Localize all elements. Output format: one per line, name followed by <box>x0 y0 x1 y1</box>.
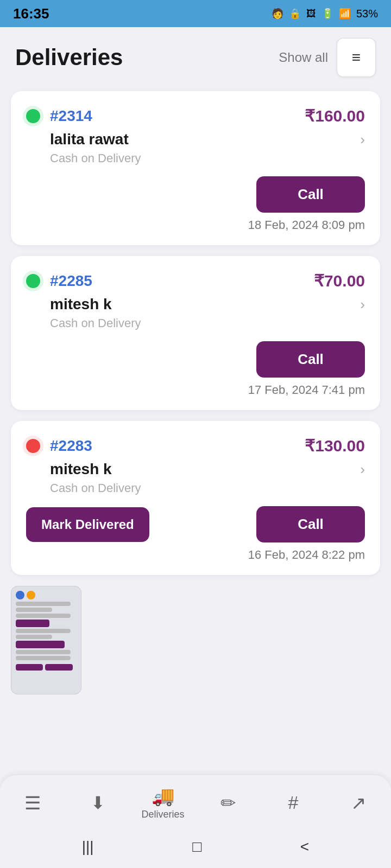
order-id-2[interactable]: #2285 <box>50 272 92 290</box>
delivery-date-1: 18 Feb, 2024 8:09 pm <box>26 218 365 232</box>
home-button[interactable]: □ <box>192 838 201 856</box>
bottom-nav: ☰ ⬇ 🚚 Deliveries ✏ # ↗ <box>0 775 391 826</box>
customer-name-1: lalita rawat <box>50 131 129 148</box>
nav-item-edit[interactable]: ✏ <box>206 792 250 814</box>
orders-list: #2314 ₹160.00 lalita rawat › Cash on Del… <box>0 86 391 580</box>
chevron-right-icon-1[interactable]: › <box>360 131 365 148</box>
thumb-mini-btn-1 <box>16 620 49 627</box>
header-actions: Show all ≡ <box>279 38 376 77</box>
battery-icon: 🔋 <box>321 8 333 20</box>
status-bar: 16:35 🧑 🔒 🖼 🔋 📶 53% <box>0 0 391 27</box>
thumb-bar-4 <box>16 629 71 633</box>
card-top-left-1: #2314 <box>26 107 92 125</box>
delivery-card-2: #2285 ₹70.00 mitesh k › Cash on Delivery… <box>11 256 380 410</box>
thumb-mini-btn-2 <box>16 641 65 648</box>
nav-item-download[interactable]: ⬇ <box>76 793 119 813</box>
recents-button[interactable]: ||| <box>82 838 94 856</box>
person-icon: 🧑 <box>272 8 283 20</box>
nav-item-hashtag[interactable]: # <box>272 792 315 813</box>
card-actions-1: Call <box>26 176 365 213</box>
payment-method-2: Cash on Delivery <box>26 316 365 330</box>
chevron-right-icon-2[interactable]: › <box>360 296 365 313</box>
menu-icon: ☰ <box>24 792 41 814</box>
thumb-dot-orange <box>27 591 35 599</box>
thumb-mini-btn-4 <box>45 664 72 671</box>
chevron-right-icon-3[interactable]: › <box>360 461 365 478</box>
order-amount-2: ₹70.00 <box>314 271 365 290</box>
thumb-dot-blue <box>16 591 24 599</box>
payment-method-3: Cash on Delivery <box>26 481 365 495</box>
order-id-3[interactable]: #2283 <box>50 437 92 455</box>
thumb-bar-6 <box>16 650 71 654</box>
thumb-bar-1 <box>16 602 71 606</box>
call-button-3[interactable]: Call <box>256 506 365 542</box>
android-nav: ||| □ < <box>0 826 391 868</box>
edit-icon: ✏ <box>220 792 236 814</box>
hashtag-icon: # <box>288 792 299 813</box>
card-top-1: #2314 ₹160.00 <box>26 106 365 125</box>
nav-item-menu[interactable]: ☰ <box>11 792 54 814</box>
call-button-1[interactable]: Call <box>256 176 365 213</box>
recent-thumbnail[interactable] <box>11 586 81 694</box>
wifi-icon: 📶 <box>339 8 351 20</box>
thumb-bar-5 <box>16 635 52 639</box>
show-all-button[interactable]: Show all <box>279 50 328 65</box>
download-icon: ⬇ <box>91 793 105 813</box>
nav-item-share[interactable]: ↗ <box>337 792 380 814</box>
header: Deliveries Show all ≡ <box>0 27 391 86</box>
order-amount-1: ₹160.00 <box>305 106 365 125</box>
card-top-3: #2283 ₹130.00 <box>26 436 365 455</box>
delivery-card-3: #2283 ₹130.00 mitesh k › Cash on Deliver… <box>11 421 380 575</box>
filter-button[interactable]: ≡ <box>337 38 376 77</box>
status-time: 16:35 <box>13 5 49 22</box>
customer-row-2: mitesh k › <box>26 296 365 313</box>
thumb-bar-7 <box>16 656 71 660</box>
recent-thumbnail-container <box>0 580 391 700</box>
card-top-left-2: #2285 <box>26 272 92 290</box>
lock-icon: 🔒 <box>289 8 301 20</box>
image-icon: 🖼 <box>306 8 316 20</box>
payment-method-1: Cash on Delivery <box>26 151 365 165</box>
delivery-card-1: #2314 ₹160.00 lalita rawat › Cash on Del… <box>11 91 380 245</box>
customer-row-1: lalita rawat › <box>26 131 365 148</box>
card-top-left-3: #2283 <box>26 437 92 455</box>
thumb-mini-btn-3 <box>16 664 43 671</box>
customer-name-2: mitesh k <box>50 296 112 313</box>
call-button-2[interactable]: Call <box>256 341 365 378</box>
truck-icon: 🚚 <box>152 785 174 807</box>
thumb-bar-3 <box>16 614 71 618</box>
card-top-2: #2285 ₹70.00 <box>26 271 365 290</box>
customer-row-3: mitesh k › <box>26 461 365 478</box>
delivery-date-3: 16 Feb, 2024 8:22 pm <box>26 548 365 562</box>
battery-percent: 53% <box>356 8 378 20</box>
order-id-1[interactable]: #2314 <box>50 107 92 125</box>
card-actions-3: Mark Delivered Call <box>26 506 365 542</box>
status-icons: 🧑 🔒 🖼 🔋 📶 53% <box>272 8 378 20</box>
nav-item-deliveries[interactable]: 🚚 Deliveries <box>141 785 185 820</box>
nav-label-deliveries: Deliveries <box>141 809 184 820</box>
delivery-date-2: 17 Feb, 2024 7:41 pm <box>26 383 365 397</box>
share-icon: ↗ <box>351 792 366 814</box>
order-amount-3: ₹130.00 <box>305 436 365 455</box>
status-dot-1 <box>26 109 40 123</box>
card-actions-2: Call <box>26 341 365 378</box>
page-title: Deliveries <box>15 44 123 71</box>
mark-delivered-button[interactable]: Mark Delivered <box>26 507 149 542</box>
filter-icon: ≡ <box>352 49 361 66</box>
status-dot-2 <box>26 274 40 288</box>
status-dot-3 <box>26 439 40 453</box>
customer-name-3: mitesh k <box>50 461 112 478</box>
back-button[interactable]: < <box>300 838 309 856</box>
thumb-bar-2 <box>16 608 52 612</box>
